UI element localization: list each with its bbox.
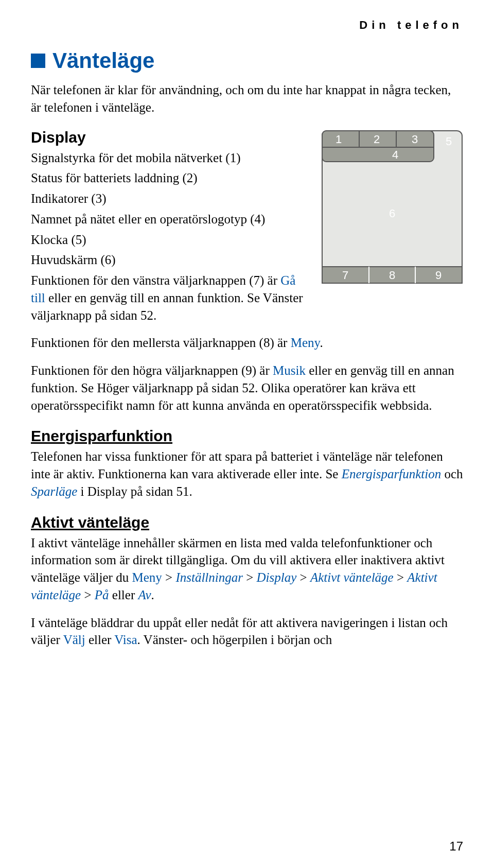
section-heading-row: Vänteläge [31, 49, 463, 72]
text: i Display på sidan 51. [77, 484, 192, 498]
text: . [320, 336, 323, 350]
active-paragraph-2: I vänteläge bläddrar du uppåt eller nedå… [31, 614, 463, 649]
active-paragraph-1: I aktivt vänteläge innehåller skärmen en… [31, 534, 463, 604]
diagram-label: 2 [374, 133, 380, 146]
display-item: Namnet på nätet eller en operatörslogoty… [31, 211, 309, 228]
phone-display-diagram: 1 2 3 4 5 6 7 8 9 [321, 127, 463, 286]
italic-link: På [95, 588, 109, 602]
diagram-label: 8 [389, 269, 395, 282]
text: Funktionen för den vänstra väljarknappen… [31, 273, 280, 287]
running-header: Din telefon [31, 19, 463, 32]
display-item: Indikatorer (3) [31, 190, 309, 207]
italic-link: Energisparfunktion [342, 467, 442, 481]
italic-link: Aktivt vänteläge [310, 570, 394, 584]
text: och [441, 467, 463, 481]
highlight-word: Meny [291, 336, 320, 350]
diagram-label: 4 [392, 148, 398, 161]
diagram-label: 3 [412, 133, 418, 146]
italic-link: Inställningar [175, 570, 243, 584]
italic-link: Display [257, 570, 297, 584]
highlight-word: Musik [273, 363, 306, 377]
text: > [243, 570, 257, 584]
text: > [296, 570, 310, 584]
energy-paragraph: Telefonen har vissa funktioner för att s… [31, 448, 463, 500]
func9-paragraph: Funktionen för den högra väljarknappen (… [31, 362, 463, 414]
display-subheading: Display [31, 129, 309, 146]
diagram-label: 5 [446, 135, 452, 148]
display-item: Status för batteriets laddning (2) [31, 169, 309, 187]
text: > [81, 588, 95, 602]
italic-link: Sparläge [31, 484, 77, 498]
text: eller [109, 588, 138, 602]
func7-paragraph: Funktionen för den vänstra väljarknappen… [31, 272, 309, 324]
func8-paragraph: Funktionen för den mellersta väljarknapp… [31, 334, 463, 352]
highlight-word: Välj [63, 633, 85, 647]
diagram-label: 1 [336, 133, 342, 146]
energy-subheading: Energisparfunktion [31, 427, 463, 445]
text: > [162, 570, 176, 584]
page-number: 17 [449, 839, 463, 854]
highlight-word: Meny [132, 570, 162, 584]
active-subheading: Aktivt vänteläge [31, 514, 463, 531]
diagram-label: 6 [389, 207, 395, 220]
italic-link: Av [138, 588, 151, 602]
text: Funktionen för den högra väljarknappen (… [31, 363, 273, 377]
text: . Vänster- och högerpilen i början och [137, 633, 332, 647]
text: eller [85, 633, 114, 647]
section-heading: Vänteläge [52, 49, 154, 72]
display-item: Signalstyrka för det mobila nätverket (1… [31, 149, 309, 167]
diagram-label: 9 [435, 269, 442, 282]
display-item: Huvudskärm (6) [31, 251, 309, 269]
text: Funktionen för den mellersta väljarknapp… [31, 336, 291, 350]
text: > [394, 570, 408, 584]
highlight-word: Visa [114, 633, 137, 647]
intro-paragraph: När telefonen är klar för användning, oc… [31, 81, 463, 116]
text: . [151, 588, 154, 602]
square-bullet-icon [31, 54, 45, 68]
display-item: Klocka (5) [31, 231, 309, 249]
diagram-label: 7 [342, 269, 348, 282]
text: eller en genväg till en annan funktion. … [31, 291, 303, 322]
